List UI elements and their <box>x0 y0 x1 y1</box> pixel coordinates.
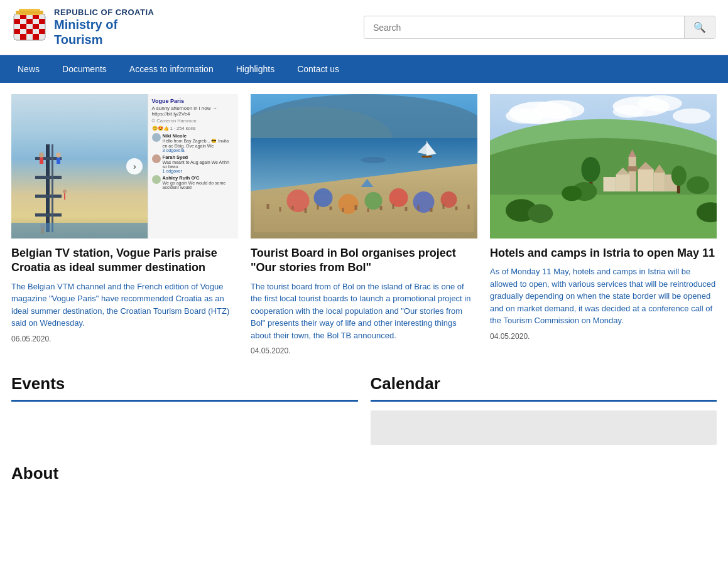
svg-rect-75 <box>455 206 458 210</box>
nav-item-documents[interactable]: Documents <box>51 55 118 83</box>
calendar-title: Calendar <box>371 374 717 394</box>
main-nav: News Documents Access to information Hig… <box>0 55 728 83</box>
about-section: About <box>11 458 717 502</box>
nav-item-access[interactable]: Access to information <box>118 55 225 83</box>
nav-item-contact[interactable]: Contact us <box>286 55 350 83</box>
carousel-next-button[interactable]: › <box>126 158 143 174</box>
svg-point-86 <box>506 109 543 124</box>
svg-point-107 <box>671 166 687 186</box>
nav-link-contact[interactable]: Contact us <box>286 55 350 83</box>
svg-point-56 <box>365 192 383 210</box>
events-section: Events <box>11 374 358 445</box>
news-card-3-title[interactable]: Hotels and camps in Istria to open May 1… <box>490 246 717 260</box>
news-card-1-title[interactable]: Belgian TV station, Vogue Paris praise C… <box>11 246 238 276</box>
svg-rect-22 <box>14 34 20 40</box>
republic-label: Republic of Croatia <box>54 8 154 17</box>
svg-rect-16 <box>39 24 45 29</box>
svg-rect-13 <box>20 24 26 29</box>
svg-rect-61 <box>280 207 281 212</box>
news-grid: Vogue Paris A sunny afternoon in l now →… <box>11 94 717 355</box>
svg-rect-8 <box>20 19 26 24</box>
svg-rect-99 <box>654 173 665 191</box>
svg-rect-7 <box>14 19 20 24</box>
news-card-2-summary: The tourist board from of Bol on the isl… <box>251 281 477 342</box>
svg-rect-104 <box>604 177 616 191</box>
svg-rect-66 <box>342 208 344 212</box>
svg-rect-69 <box>380 206 383 210</box>
ministry-label: Ministry of Tourism <box>54 17 154 47</box>
svg-rect-10 <box>33 19 39 24</box>
events-title: Events <box>11 374 358 394</box>
svg-rect-9 <box>26 19 33 24</box>
svg-rect-67 <box>355 205 357 210</box>
about-title: About <box>11 464 717 483</box>
nav-link-documents[interactable]: Documents <box>51 55 118 83</box>
news-card-3-date: 04.05.2020. <box>490 332 717 341</box>
svg-rect-21 <box>39 29 45 34</box>
fb-source: Vogue Paris <box>152 98 234 104</box>
svg-rect-97 <box>638 169 654 191</box>
svg-point-41 <box>56 153 61 158</box>
svg-point-55 <box>339 194 359 214</box>
svg-rect-29 <box>16 11 43 14</box>
svg-rect-63 <box>305 208 307 213</box>
svg-rect-12 <box>14 24 20 29</box>
header: Republic of Croatia Ministry of Tourism … <box>0 0 728 55</box>
svg-rect-37 <box>35 213 62 217</box>
svg-rect-68 <box>367 208 369 212</box>
header-text: Republic of Croatia Ministry of Tourism <box>54 8 154 47</box>
fb-text: A sunny afternoon in l now → https://bit… <box>152 105 234 117</box>
news-card-3-summary: As of Monday 11 May, hotels and camps in… <box>490 265 717 327</box>
coat-of-arms-icon <box>13 9 46 46</box>
svg-rect-102 <box>616 174 630 191</box>
news-card-2: Tourist Board in Bol organises project "… <box>251 94 477 355</box>
town-scene-svg <box>490 94 717 238</box>
svg-rect-62 <box>292 206 294 210</box>
nav-link-highlights[interactable]: Highlights <box>225 55 286 83</box>
search-box[interactable]: 🔍 <box>364 16 715 39</box>
svg-rect-26 <box>39 34 45 40</box>
bottom-grid: Events Calendar <box>11 374 717 445</box>
svg-rect-23 <box>20 34 26 40</box>
svg-rect-72 <box>418 205 420 210</box>
svg-rect-15 <box>33 24 39 29</box>
svg-rect-11 <box>39 19 45 24</box>
svg-rect-19 <box>26 29 33 34</box>
svg-point-113 <box>528 204 553 223</box>
svg-point-54 <box>314 188 333 207</box>
nav-link-access[interactable]: Access to information <box>118 55 225 83</box>
svg-rect-108 <box>677 186 680 193</box>
news-card-2-title[interactable]: Tourist Board in Bol organises project "… <box>251 246 477 276</box>
svg-rect-76 <box>468 205 470 209</box>
svg-point-81 <box>361 157 386 163</box>
news-card-1-date: 06.05.2020. <box>11 335 238 343</box>
calendar-widget <box>371 410 717 445</box>
news-card-1: Vogue Paris A sunny afternoon in l now →… <box>11 94 238 355</box>
svg-rect-71 <box>405 207 408 211</box>
svg-rect-96 <box>627 166 638 171</box>
svg-point-89 <box>613 105 644 118</box>
svg-point-43 <box>63 190 67 193</box>
svg-rect-25 <box>33 34 39 40</box>
fb-credit: © Cameron Hammon <box>152 118 234 124</box>
fb-reactions: 😊😍👍 1 · 254 koris <box>152 126 234 131</box>
search-input[interactable] <box>364 17 684 38</box>
svg-rect-65 <box>330 206 332 210</box>
news-card-1-summary: The Belgian VTM channel and the French e… <box>11 281 238 330</box>
svg-rect-38 <box>52 144 53 232</box>
nav-item-news[interactable]: News <box>6 55 51 83</box>
svg-rect-35 <box>35 176 62 179</box>
main-content: Vogue Paris A sunny afternoon in l now →… <box>0 83 728 502</box>
calendar-section: Calendar <box>371 374 717 445</box>
svg-rect-42 <box>57 158 60 164</box>
svg-point-88 <box>638 95 682 112</box>
search-button[interactable]: 🔍 <box>684 16 715 38</box>
svg-rect-36 <box>35 195 62 198</box>
nav-item-highlights[interactable]: Highlights <box>225 55 286 83</box>
svg-rect-80 <box>422 156 432 158</box>
svg-point-111 <box>687 176 709 194</box>
beach-scene-svg <box>251 94 477 238</box>
svg-rect-24 <box>26 34 33 40</box>
svg-point-57 <box>389 188 408 207</box>
nav-link-news[interactable]: News <box>6 55 51 83</box>
